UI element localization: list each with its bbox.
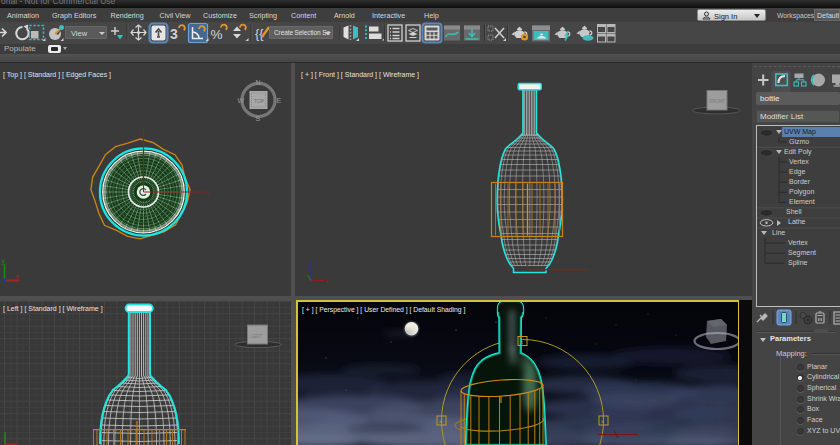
svg-text:x: x — [325, 278, 329, 285]
svg-text:%: % — [211, 27, 223, 42]
svg-text:3: 3 — [170, 26, 178, 42]
svg-text:x: x — [601, 418, 604, 424]
svg-text:LEFT: LEFT — [251, 334, 262, 339]
svg-text:x: x — [439, 418, 442, 424]
svg-text:W: W — [238, 97, 245, 104]
svg-text:x: x — [520, 339, 523, 345]
svg-text:y: y — [2, 257, 6, 265]
svg-text:z: z — [308, 261, 311, 267]
svg-text:TOP: TOP — [254, 98, 265, 104]
svg-text:S: S — [256, 115, 261, 122]
svg-text:FRONT: FRONT — [710, 99, 726, 104]
svg-text:x: x — [206, 189, 210, 196]
svg-text:N: N — [256, 79, 261, 86]
svg-text:x: x — [16, 273, 20, 280]
svg-text:{{: {{ — [255, 27, 263, 41]
svg-text:E: E — [277, 97, 282, 104]
